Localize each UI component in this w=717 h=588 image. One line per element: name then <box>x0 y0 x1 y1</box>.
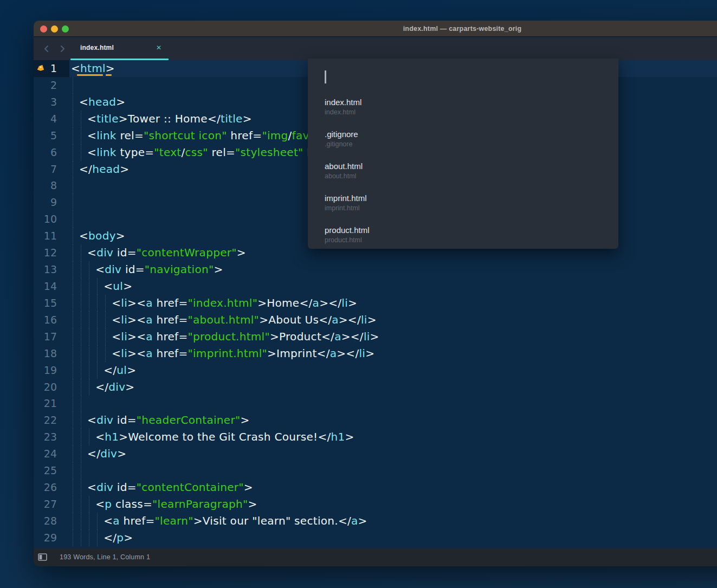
file-name: index.html <box>325 96 618 107</box>
indent-guide <box>89 496 89 513</box>
code-token: href= <box>227 129 262 142</box>
quick-open-input[interactable] <box>323 69 599 86</box>
line-number[interactable]: 21 <box>34 395 57 412</box>
line-number[interactable]: 12 <box>34 244 57 261</box>
line-number[interactable]: 14 <box>34 278 57 295</box>
code-line[interactable]: 24</div> <box>34 445 717 462</box>
code-token: < <box>87 481 96 494</box>
line-number[interactable]: 6 <box>34 144 57 161</box>
code-token: Imprint <box>276 347 316 360</box>
code-line[interactable]: 22<div id="headerContainer"> <box>34 412 717 429</box>
code-token: Home <box>267 296 299 309</box>
line-number[interactable]: 7 <box>34 161 57 178</box>
code-line[interactable]: 19</ul> <box>34 362 717 379</box>
code-line[interactable]: 23<h1>Welcome to the Git Crash Course!</… <box>34 429 717 445</box>
file-list-item[interactable]: imprint.htmlimprint.html <box>308 192 618 224</box>
line-number[interactable]: 3 <box>34 94 57 111</box>
line-number[interactable]: 2 <box>34 77 57 94</box>
line-number[interactable]: 26 <box>34 479 57 496</box>
line-number[interactable]: 17 <box>34 328 57 345</box>
position-marker-underline <box>77 74 103 76</box>
code-text: <a href="learn">Visit our "learn" sectio… <box>104 513 367 529</box>
code-line[interactable]: 25 <box>34 462 717 479</box>
code-line[interactable]: 28<a href="learn">Visit our "learn" sect… <box>34 513 717 529</box>
code-token: title <box>221 112 243 125</box>
indent-guide <box>81 244 81 261</box>
line-number[interactable]: 25 <box>34 462 57 479</box>
tab-bar: index.html ✕ <box>34 37 717 60</box>
code-token: < <box>104 280 113 293</box>
code-token: ></ <box>337 347 359 360</box>
indent-guide <box>81 144 81 161</box>
code-line[interactable]: 14<ul> <box>34 278 717 295</box>
indent-guide <box>73 479 73 496</box>
line-number[interactable]: 24 <box>34 445 57 462</box>
code-token: "imprint.html" <box>188 347 268 360</box>
file-list-item[interactable]: product.htmlproduct.html <box>308 224 618 256</box>
code-token: a <box>351 514 358 527</box>
line-number[interactable]: 16 <box>34 312 57 328</box>
code-line[interactable]: 27<p class="learnParagraph"> <box>34 496 717 513</box>
code-token: > <box>259 313 268 326</box>
indent-guide <box>81 278 81 295</box>
indent-guide <box>81 261 81 278</box>
sidebar-toggle-icon[interactable] <box>38 553 47 561</box>
code-line[interactable]: 20</div> <box>34 379 717 396</box>
indent-guide <box>81 529 81 546</box>
code-token: < <box>112 296 121 309</box>
code-token: "learn" <box>155 514 193 527</box>
minimize-window-button[interactable] <box>51 25 58 33</box>
line-number[interactable]: 15 <box>34 295 57 312</box>
code-token: html <box>80 62 106 75</box>
file-list-item[interactable]: index.htmlindex.html <box>308 96 618 128</box>
line-number[interactable]: 20 <box>34 379 57 396</box>
code-token: > <box>248 497 257 511</box>
line-number[interactable]: 10 <box>34 211 57 228</box>
code-text: <head> <box>79 94 125 111</box>
code-token: > <box>123 280 132 293</box>
line-number[interactable]: 5 <box>34 127 57 144</box>
line-number[interactable]: 9 <box>34 194 57 211</box>
code-line[interactable]: 15<li><a href="index.html">Home</a></li> <box>34 295 717 312</box>
forward-icon[interactable] <box>57 44 67 54</box>
code-line[interactable]: 18<li><a href="imprint.html">Imprint</a>… <box>34 345 717 362</box>
line-number[interactable]: 13 <box>34 261 57 278</box>
code-token: ul <box>117 364 127 377</box>
code-line[interactable]: 29</p> <box>34 529 717 546</box>
app-window: index.html — carparts-website_orig index… <box>34 21 717 566</box>
line-number[interactable]: 11 <box>34 228 57 244</box>
line-number[interactable]: 1 <box>34 60 57 77</box>
line-number[interactable]: 29 <box>34 529 57 546</box>
line-number[interactable]: 28 <box>34 513 57 529</box>
back-icon[interactable] <box>42 44 51 54</box>
code-line[interactable]: 16<li><a href="about.html">About Us</a><… <box>34 312 717 328</box>
line-number[interactable]: 18 <box>34 345 57 362</box>
tab-label: index.html <box>80 37 114 59</box>
code-line[interactable]: 17<li><a href="product.html">Product</a>… <box>34 328 717 345</box>
line-number[interactable]: 19 <box>34 362 57 379</box>
code-line[interactable]: 13<div id="navigation"> <box>34 261 717 278</box>
code-text: <li><a href="index.html">Home</a></li> <box>112 295 357 312</box>
code-token: </ <box>321 330 334 343</box>
tab-index-html[interactable]: index.html ✕ <box>70 37 169 60</box>
line-number[interactable]: 4 <box>34 111 57 127</box>
line-number[interactable]: 27 <box>34 496 57 513</box>
tab-close-icon[interactable]: ✕ <box>156 37 162 59</box>
code-text: <ul> <box>104 278 132 295</box>
file-name: .gitignore <box>325 128 618 139</box>
code-token: id= <box>113 246 137 259</box>
code-token: href= <box>153 296 188 309</box>
line-number[interactable]: 23 <box>34 429 57 445</box>
title-bar: index.html — carparts-website_orig <box>34 21 717 37</box>
close-window-button[interactable] <box>40 25 47 33</box>
file-list-item[interactable]: about.htmlabout.html <box>308 160 618 192</box>
line-number[interactable]: 8 <box>34 177 57 194</box>
zoom-window-button[interactable] <box>62 25 69 33</box>
code-line[interactable]: 26<div id="contentContainer"> <box>34 479 717 496</box>
code-line[interactable]: 21 <box>34 395 717 412</box>
file-list-item[interactable]: .gitignore.gitignore <box>308 128 618 160</box>
file-name: imprint.html <box>325 192 618 203</box>
line-number[interactable]: 22 <box>34 412 57 429</box>
code-token: "product.html" <box>188 330 270 343</box>
code-token: > <box>106 62 115 75</box>
